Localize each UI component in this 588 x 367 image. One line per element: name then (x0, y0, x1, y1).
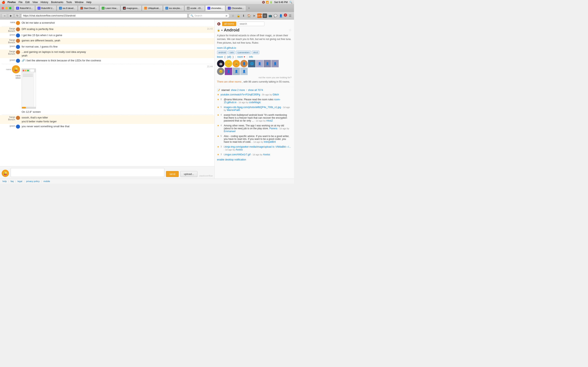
url-bar[interactable]: https://chat.stackoverflow.com/rooms/15/… (21, 13, 187, 18)
room-star-icon[interactable]: ☆ (289, 28, 292, 32)
room-link[interactable]: room ♥ (237, 55, 245, 58)
tab-ios8[interactable]: i ios 8 devel... (57, 5, 78, 11)
settings-icon[interactable]: ASP▼ (257, 13, 262, 18)
screen-icon[interactable]: 📺 (268, 13, 272, 18)
footer-faq-link[interactable]: faq (11, 180, 14, 183)
arrow-icon[interactable]: ➤ (252, 13, 256, 18)
starred-user[interactable]: codeMagic (249, 101, 261, 104)
avatar-grid-item[interactable]: 👤 (240, 68, 248, 75)
not-room-text: not the room you are looking for? (217, 76, 292, 79)
tab-xcode[interactable]: x xcode - iO... (185, 5, 205, 11)
footer-mobile-link[interactable]: mobile (43, 180, 50, 183)
addressbar: ◀ ▶ ↻ https://chat.stackoverflow.com/roo… (0, 12, 294, 20)
tag-xkcd[interactable]: xkcd (252, 50, 259, 54)
room-search-input[interactable] (238, 22, 264, 26)
shield-icon[interactable]: 🔒 (236, 13, 241, 18)
menubar-help[interactable]: Help (86, 1, 91, 4)
avatar-grid-item[interactable]: 😐 (217, 68, 224, 75)
chat-icon[interactable]: 💬 (273, 13, 278, 18)
tab-magicgoos[interactable]: 🐙 magicgoos... (121, 5, 141, 11)
tab-chromebo2[interactable]: C Chromebo... (226, 5, 246, 11)
enable-notification-link[interactable]: enable desktop notification (217, 158, 246, 161)
avatar-grid-item[interactable]: 🌐 (248, 60, 255, 67)
footer-privacy-link[interactable]: privacy policy (26, 180, 40, 183)
avatar-grid-item[interactable]: 🤖 (217, 60, 224, 67)
starred-user[interactable]: Glitch (273, 93, 279, 96)
menubar-search[interactable]: 🔍 (289, 1, 292, 4)
speaker-icon[interactable]: 🔇 (217, 22, 221, 25)
panera-link[interactable]: Panera (269, 127, 277, 130)
chat-messages[interactable]: nana Ok let me take a screenshot Sarge B… (0, 20, 214, 166)
all-rooms-button[interactable]: all rooms (222, 22, 236, 26)
room-rules-link[interactable]: room-15.github.io (217, 47, 236, 49)
menubar-firefox[interactable]: Firefox (8, 1, 16, 4)
tab-storyboard[interactable]: i ios storybo... (163, 5, 184, 11)
starred-link[interactable]: images-cdn.9gag.com/photo/aMbQP4x_700b_v… (224, 106, 281, 109)
all-link[interactable]: (all) (227, 55, 231, 58)
new-tab-button[interactable]: + (246, 6, 251, 11)
avatar-grid-item[interactable]: 👤 (256, 60, 263, 67)
menubar-window[interactable]: Window (75, 1, 84, 4)
menubar-view[interactable]: View (33, 1, 38, 4)
screenshot-image-container[interactable]: 📱 (22, 68, 36, 109)
forward-button[interactable]: ▶ (8, 13, 13, 18)
footer-legal-link[interactable]: legal (17, 180, 22, 183)
tab-chromebo1[interactable]: c chromebo... (205, 5, 225, 11)
starred-user[interactable]: Emmanuel (224, 130, 235, 133)
starred-user[interactable]: miva2 (266, 119, 273, 122)
avatar-grid-item[interactable]: 😊 (225, 60, 232, 67)
avatar-grid-item[interactable]: 👤 (264, 60, 271, 67)
starred-link[interactable]: i.imgur.com/ANGe1r7.gif (224, 153, 251, 156)
avatar-grid-item[interactable]: 👤 (233, 68, 240, 75)
tab-uiapplication[interactable]: 🐙 UIApplicati... (142, 5, 163, 11)
bookmark-star-icon[interactable]: ☆ (231, 13, 235, 18)
info-link[interactable]: info (249, 55, 253, 58)
notification-badge[interactable]: 1 (284, 13, 287, 17)
menubar-bookmarks[interactable]: Bookmarks (51, 1, 63, 4)
starred-user[interactable]: IntrepidBrit (264, 141, 276, 143)
tag-cats[interactable]: cats (228, 50, 235, 54)
leave-link[interactable]: leave (217, 55, 223, 58)
chat-input[interactable] (11, 168, 164, 177)
menubar-history[interactable]: History (41, 1, 48, 4)
avatar-grid-item[interactable]: 👤 (225, 68, 232, 75)
profile-icon[interactable]: 👤 (278, 13, 283, 18)
starred-item: ★ 3 i.imgur.com/ANGe1r7.gif - 1d ago by … (217, 153, 292, 156)
home-icon[interactable]: 🏠 (247, 13, 251, 18)
window-close-btn[interactable] (2, 7, 4, 9)
tag-android[interactable]: android (217, 50, 227, 54)
window-maximize-btn[interactable] (9, 7, 11, 9)
upload-button[interactable]: upload... (180, 171, 198, 177)
send-button[interactable]: send (166, 171, 179, 177)
starred-user[interactable]: Axxiss (236, 148, 243, 151)
tab-robovmU1[interactable]: R RoboVM U... (14, 5, 35, 11)
starred-user[interactable]: Axxiss (263, 153, 270, 156)
other-rooms-link[interactable]: There are other rooms (217, 80, 241, 83)
starred-user[interactable]: WarrenFaith (227, 109, 240, 111)
number-badge-icon[interactable]: 11 (263, 13, 267, 18)
footer-help-link[interactable]: help (2, 180, 7, 183)
reload-button[interactable]: ↻ (15, 13, 20, 18)
menubar-tools[interactable]: Tools (66, 1, 72, 4)
tag-cyanavatars[interactable]: cyanavatars (236, 50, 251, 54)
menubar-file[interactable]: File (18, 1, 22, 4)
show-more-link[interactable]: show 2 more (231, 89, 245, 92)
menu-icon[interactable]: ☰ (288, 13, 292, 18)
menubar-edit[interactable]: Edit (25, 1, 30, 4)
avatar-large[interactable]: 😜 (12, 65, 20, 73)
avatar-grid-item[interactable]: 😃 (233, 60, 240, 67)
window-minimize-btn[interactable] (5, 7, 8, 9)
back-button[interactable]: ◀ (2, 13, 7, 18)
download-icon[interactable]: ⬇ (241, 13, 246, 18)
starred-link[interactable]: i.kinja-img.com/gawker-media/image/uploa… (224, 145, 291, 148)
tab-robovmU2[interactable]: R RoboVM U... (35, 5, 56, 11)
tab-learnhow[interactable]: L Learn How... (99, 5, 120, 11)
show-all-link[interactable]: show all 7074 (248, 89, 263, 92)
tab-label-robovmU1: RoboVM U... (20, 7, 33, 9)
tab-startdevel[interactable]: 🍎 Start Devel... (78, 5, 99, 11)
starred-link[interactable]: youtube.com/watch?v=P1hqfC0l5Pg (221, 93, 260, 96)
search-bar[interactable]: 🔍 Search ▶ (189, 13, 229, 18)
avatar-grid-item[interactable]: 👤 (240, 60, 248, 67)
apple-menu[interactable]: 🍎 (2, 1, 5, 4)
avatar-grid-item[interactable]: 👤 (271, 60, 279, 67)
